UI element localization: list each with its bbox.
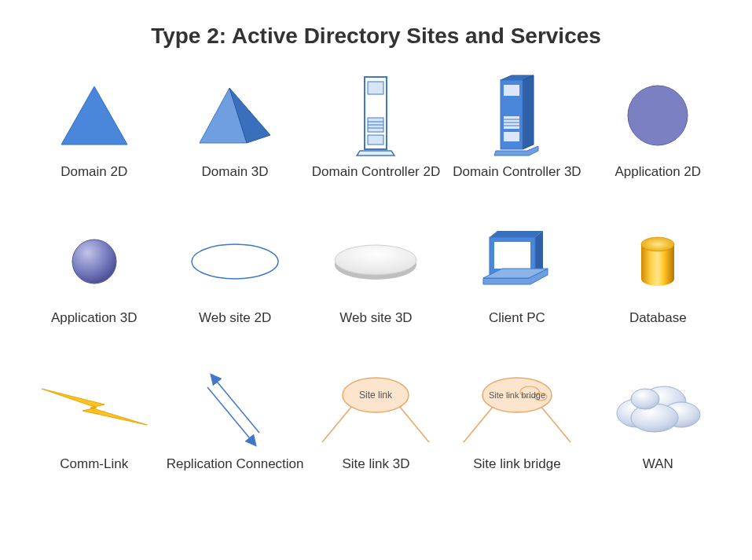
site-link-bridge-icon: Site link bridge bbox=[454, 368, 580, 447]
svg-marker-10 bbox=[357, 151, 394, 156]
cell-wan: WAN bbox=[588, 364, 728, 489]
cell-application-3d: Application 3D bbox=[24, 218, 164, 342]
label-website-2d: Web site 2D bbox=[199, 309, 271, 342]
label-domain-3d: Domain 3D bbox=[202, 163, 269, 196]
svg-marker-0 bbox=[61, 86, 127, 145]
svg-point-52 bbox=[631, 389, 659, 409]
label-domain-2d: Domain 2D bbox=[61, 163, 127, 196]
lightning-icon bbox=[35, 376, 153, 439]
svg-marker-26 bbox=[490, 231, 543, 237]
pyramid-icon bbox=[192, 80, 278, 151]
cell-website-3d: Web site 3D bbox=[306, 218, 446, 342]
circle-icon bbox=[622, 80, 693, 151]
sphere-icon bbox=[67, 234, 122, 289]
cell-comm-link: Comm-Link bbox=[24, 364, 164, 489]
label-client-pc: Client PC bbox=[489, 309, 545, 342]
triangle-icon bbox=[55, 80, 134, 151]
cell-domain-controller-2d: Domain Controller 2D bbox=[306, 72, 446, 196]
label-database: Database bbox=[629, 309, 687, 342]
label-site-link-bridge: Site link bridge bbox=[473, 456, 561, 489]
svg-line-40 bbox=[322, 406, 352, 442]
cell-client-pc: Client PC bbox=[446, 218, 587, 342]
cell-replication-connection: Replication Connection bbox=[164, 364, 305, 489]
svg-line-43 bbox=[464, 406, 493, 442]
svg-rect-14 bbox=[504, 85, 519, 96]
label-comm-link: Comm-Link bbox=[60, 456, 128, 489]
svg-line-38 bbox=[214, 378, 259, 433]
svg-line-44 bbox=[541, 406, 570, 442]
server-tower-3d-icon bbox=[482, 72, 552, 159]
pc-icon bbox=[474, 226, 560, 297]
label-replication-connection: Replication Connection bbox=[167, 456, 304, 489]
label-application-2d: Application 2D bbox=[614, 163, 701, 196]
cloud-icon bbox=[603, 372, 713, 443]
cell-application-2d: Application 2D bbox=[588, 72, 728, 196]
cell-domain-controller-3d: Domain Controller 3D bbox=[446, 72, 587, 196]
svg-marker-12 bbox=[523, 75, 534, 149]
cell-website-2d: Web site 2D bbox=[164, 218, 305, 342]
disc-icon bbox=[325, 238, 427, 285]
svg-rect-29 bbox=[494, 242, 530, 269]
svg-line-39 bbox=[207, 387, 253, 442]
site-link-icon: Site link bbox=[313, 368, 438, 447]
database-icon bbox=[630, 230, 685, 293]
svg-point-25 bbox=[335, 245, 416, 275]
cell-site-link-3d: Site link Site link 3D bbox=[306, 364, 446, 489]
svg-point-34 bbox=[641, 237, 674, 251]
icon-grid: Domain 2D Domain 3D Domain Controller 2D bbox=[0, 72, 752, 489]
label-application-3d: Application 3D bbox=[51, 309, 138, 342]
label-domain-controller-3d: Domain Controller 3D bbox=[453, 163, 581, 196]
svg-point-22 bbox=[72, 240, 116, 284]
label-website-3d: Web site 3D bbox=[339, 309, 412, 342]
svg-line-41 bbox=[399, 406, 429, 442]
server-tower-icon bbox=[344, 72, 407, 159]
svg-point-21 bbox=[628, 86, 688, 145]
site-link-inner-label: Site link bbox=[359, 390, 393, 401]
svg-rect-9 bbox=[368, 135, 383, 145]
svg-rect-4 bbox=[368, 82, 383, 94]
svg-point-33 bbox=[641, 272, 674, 286]
cell-database: Database bbox=[588, 218, 728, 342]
site-link-bridge-inner-label: Site link bridge bbox=[489, 390, 545, 400]
ellipse-icon bbox=[184, 238, 286, 285]
svg-rect-19 bbox=[504, 132, 519, 141]
label-wan: WAN bbox=[643, 456, 673, 489]
cell-domain-3d: Domain 3D bbox=[164, 72, 305, 196]
page-title: Type 2: Active Directory Sites and Servi… bbox=[0, 0, 752, 72]
label-domain-controller-2d: Domain Controller 2D bbox=[312, 163, 440, 196]
cell-domain-2d: Domain 2D bbox=[24, 72, 164, 196]
double-arrow-icon bbox=[192, 368, 278, 447]
svg-marker-35 bbox=[42, 389, 147, 425]
label-site-link-3d: Site link 3D bbox=[343, 456, 410, 489]
cell-site-link-bridge: Site link bridge Site link bridge bbox=[446, 364, 587, 489]
svg-point-23 bbox=[192, 244, 278, 279]
